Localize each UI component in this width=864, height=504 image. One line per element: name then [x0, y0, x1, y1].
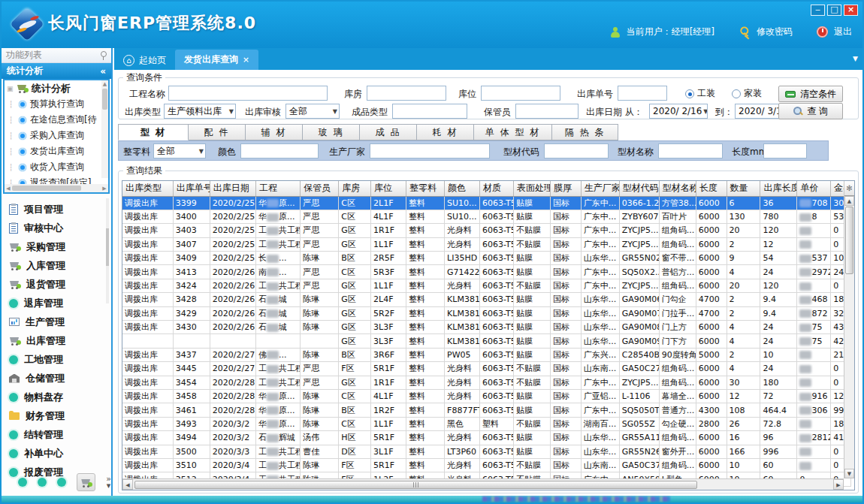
table-cell[interactable]: 6000 — [696, 334, 727, 348]
table-cell[interactable]: 3400 — [173, 210, 210, 223]
tab-home[interactable]: ⌂起始页 — [114, 51, 175, 70]
table-cell[interactable]: 6000 — [696, 265, 727, 279]
table-cell[interactable]: 5R1F — [371, 458, 406, 472]
table-cell[interactable]: KLM3817 — [445, 321, 480, 334]
table-cell[interactable]: 调拨出库 — [122, 252, 173, 265]
table-cell[interactable]: 山东华... — [581, 293, 619, 306]
table-cell[interactable]: 3403 — [173, 224, 210, 237]
sidebar-item-circle[interactable]: 退库管理 — [9, 294, 111, 312]
table-cell[interactable]: 10 — [760, 348, 797, 361]
table-cell[interactable]: 工共工程 — [256, 445, 301, 458]
table-cell[interactable]: 24 — [760, 334, 797, 348]
table-cell[interactable]: B区 — [339, 348, 371, 361]
table-cell[interactable]: 96 — [760, 431, 797, 445]
scroll-up-icon[interactable]: ▲ — [844, 196, 854, 206]
table-cell[interactable]: 国标 — [550, 210, 581, 223]
table-cell[interactable]: 20 — [727, 279, 760, 292]
scroll-right-icon[interactable]: ▶ — [833, 479, 844, 490]
table-cell[interactable]: 2020/2/27 — [210, 362, 255, 376]
scroll-down-icon[interactable]: ▼ — [844, 469, 854, 478]
table-cell[interactable]: 国标 — [550, 348, 581, 361]
table-row[interactable]: 调拨出库34372020/2/27佛...陈琳B区3R6F整料PW056063-… — [122, 348, 851, 361]
table-cell[interactable]: 6000 — [696, 252, 727, 265]
table-cell[interactable]: 2020/2/25 — [210, 224, 255, 237]
table-cell[interactable]: 调拨出库 — [122, 376, 173, 389]
table-cell[interactable] — [210, 334, 255, 348]
table-cell[interactable]: 5R1F — [371, 431, 406, 445]
table-cell[interactable]: 工共工程 — [256, 362, 301, 376]
table-cell[interactable]: 108 — [727, 403, 760, 417]
table-cell[interactable]: GA90M07. — [619, 306, 659, 320]
material-tab[interactable]: 成 品 — [360, 124, 417, 140]
table-cell[interactable]: 36 — [760, 196, 797, 210]
table-cell[interactable]: 贴膜 — [513, 293, 550, 306]
table-cell[interactable]: C区 — [339, 196, 371, 210]
table-cell[interactable]: 山东南... — [581, 362, 619, 376]
product-type-input[interactable] — [392, 104, 467, 119]
table-cell[interactable]: G区 — [339, 237, 371, 251]
table-cell[interactable]: 广东中... — [581, 376, 619, 389]
table-cell[interactable] — [173, 334, 210, 348]
table-cell[interactable]: G区 — [339, 279, 371, 292]
table-cell[interactable]: 不贴膜 — [513, 279, 550, 292]
table-cell[interactable]: 996 — [760, 445, 797, 458]
table-cell[interactable]: D区 — [339, 445, 371, 458]
table-cell[interactable]: 6000 — [696, 196, 727, 210]
table-cell[interactable]: 湖南百... — [581, 417, 619, 430]
scroll-up-icon[interactable]: ▲ — [101, 80, 108, 88]
table-cell[interactable]: 6063-T5 — [480, 210, 514, 223]
clear-conditions-button[interactable]: 清空条件 — [778, 86, 843, 102]
table-cell[interactable]: 整料 — [406, 458, 445, 472]
table-cell[interactable]: 国标 — [550, 334, 581, 348]
tab-overflow-icon[interactable]: ▼ — [853, 55, 858, 62]
table-cell[interactable]: ZYCJP5... — [619, 237, 659, 251]
table-cell[interactable]: 普通方... — [659, 403, 696, 417]
table-cell[interactable]: 不贴膜 — [513, 224, 550, 237]
table-cell[interactable]: 6000 — [696, 210, 727, 223]
table-cell[interactable] — [797, 362, 831, 376]
radio-gongzhuang[interactable]: 工装 — [685, 87, 715, 100]
close-button[interactable]: × — [844, 5, 858, 16]
vscroll-thumb[interactable] — [845, 207, 853, 274]
table-cell[interactable]: 6063-T5 — [480, 362, 514, 376]
table-cell[interactable]: 国标 — [550, 237, 581, 251]
table-cell[interactable]: 整料 — [406, 389, 445, 403]
table-cell[interactable]: 1R2F — [371, 403, 406, 417]
table-row[interactable]: 调拨出库34582020/2/28华原...陈琳C区4L1F整料光身料6063-… — [122, 389, 851, 403]
sidebar-item-circle[interactable]: 物料盘存 — [9, 388, 111, 406]
table-cell[interactable]: KLM3817 — [445, 306, 480, 320]
table-cell[interactable]: 山东华... — [581, 431, 619, 445]
column-header[interactable]: 颜色 — [445, 181, 480, 196]
table-cell[interactable]: 广亚铝... — [581, 389, 619, 403]
tab-active[interactable]: 发货出库查询× — [175, 50, 258, 70]
column-header[interactable]: 库房 — [339, 181, 371, 196]
table-cell[interactable] — [797, 458, 831, 472]
table-cell[interactable]: 16 — [727, 431, 760, 445]
table-cell[interactable]: 国标 — [550, 417, 581, 430]
table-cell[interactable]: 不贴膜 — [513, 237, 550, 251]
table-cell[interactable]: G71422 — [445, 265, 480, 279]
table-cell[interactable]: 3494 — [173, 431, 210, 445]
table-cell[interactable]: 国标 — [550, 279, 581, 292]
table-cell[interactable]: 贴膜 — [513, 196, 550, 210]
table-cell[interactable]: 464.4 — [760, 403, 797, 417]
table-cell[interactable]: 调拨出库 — [122, 362, 173, 376]
material-tab[interactable]: 玻 璃 — [303, 124, 360, 140]
table-cell[interactable]: 组角码... — [659, 237, 696, 251]
table-cell[interactable]: 6000 — [696, 237, 727, 251]
warehouse-input[interactable] — [367, 86, 446, 101]
table-cell[interactable]: 国标 — [550, 389, 581, 403]
table-cell[interactable]: 国标 — [550, 306, 581, 320]
tree-horizontal-scrollbar[interactable]: ◀ ▶ — [5, 184, 108, 192]
table-cell[interactable]: 537 — [797, 252, 831, 265]
table-cell[interactable]: 贴膜 — [513, 252, 550, 265]
table-cell[interactable]: 不贴膜 — [513, 458, 550, 472]
sidebar-item-circle[interactable]: 补单中心 — [9, 444, 111, 463]
table-cell[interactable]: 汤伟 — [301, 431, 339, 445]
table-cell[interactable]: 严思 — [301, 265, 339, 279]
table-cell[interactable]: 166 — [727, 445, 760, 458]
table-cell[interactable]: 调拨出库 — [122, 265, 173, 279]
table-cell[interactable]: 陈琳 — [301, 403, 339, 417]
table-cell[interactable]: 山东华... — [581, 445, 619, 458]
table-cell[interactable]: 贴膜 — [513, 265, 550, 279]
